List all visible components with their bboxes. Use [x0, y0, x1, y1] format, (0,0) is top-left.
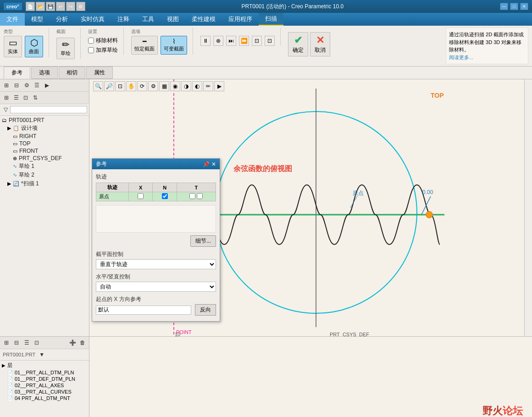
step-forward-button[interactable]: ⏭ [226, 36, 236, 46]
tree-settings-icon[interactable]: ⚙ [22, 81, 31, 90]
tab-properties[interactable]: 属性 [86, 67, 113, 79]
view1-button[interactable]: ⊡ [252, 36, 262, 46]
layer4-icon: 📄 [7, 389, 13, 395]
horizontal-control-dropdown[interactable]: 自动 [96, 282, 216, 292]
tree-item-design[interactable]: ▶ 📋 设计项 [0, 124, 89, 133]
dropdown-icon[interactable]: ▼ [37, 350, 46, 359]
traj-x-checkbox[interactable] [138, 193, 144, 199]
menu-analysis[interactable]: 分析 [50, 13, 74, 26]
section-control-dropdown[interactable]: 垂直于轨迹 [96, 259, 216, 269]
menu-scan[interactable]: 扫描 [259, 13, 283, 26]
menu-tools[interactable]: 工具 [136, 13, 161, 26]
layer-icon4[interactable]: ⊡ [32, 338, 41, 347]
tree-search-input[interactable] [10, 106, 87, 113]
menu-simulation[interactable]: 实时仿真 [74, 13, 111, 26]
tree-expand-icon[interactable]: ⊞ [2, 81, 11, 90]
tree-filter-icon[interactable]: ☰ [32, 81, 41, 90]
pan-icon[interactable]: ✋ [126, 81, 136, 91]
display-icon1[interactable]: ▦ [159, 81, 169, 91]
tree-item-sketch1[interactable]: ∿ 草绘 1 [0, 162, 89, 171]
layer-icon6[interactable]: 🗑 [78, 338, 87, 347]
group-section-label: 截面 [56, 28, 66, 35]
tree-item-prt0001[interactable]: 🗂 PRT0001.PRT [0, 117, 89, 124]
traj-t2-checkbox[interactable] [197, 193, 203, 199]
traj-t1-checkbox[interactable] [189, 193, 195, 199]
tab-tangent[interactable]: 相切 [59, 67, 85, 79]
layer-icon2[interactable]: ⊟ [12, 338, 21, 347]
menu-annotation[interactable]: 注释 [111, 13, 136, 26]
maximize-button[interactable]: □ [510, 3, 518, 10]
sketch-button[interactable]: ✏ 草绘 [56, 38, 75, 59]
remove-material-checkbox[interactable] [88, 38, 94, 44]
menu-file[interactable]: 文件 [0, 13, 25, 26]
tab-reference[interactable]: 参考 [4, 67, 30, 79]
solid-type-button[interactable]: ▭ 实体 [4, 36, 22, 57]
tab-options[interactable]: 选项 [31, 67, 58, 79]
layer3-label: 02__PRT_ALL_AXES [15, 383, 64, 388]
redo-icon[interactable]: ↪ [66, 2, 75, 11]
constant-section-button[interactable]: ━ 恒定截面 [131, 36, 158, 55]
detail-view-icon[interactable]: ☰ [11, 93, 21, 102]
undo-icon[interactable]: ↩ [56, 2, 65, 11]
open-icon[interactable]: 📂 [36, 2, 45, 11]
start-x-input[interactable] [96, 306, 191, 315]
thumb-view-icon[interactable]: ⊡ [21, 93, 30, 102]
menu-apps[interactable]: 应用程序 [222, 13, 259, 26]
stop-button[interactable]: ⊗ [213, 36, 223, 46]
tree-item-csys[interactable]: ⊕ PRT_CSYS_DEF [0, 155, 89, 162]
list-view-icon[interactable]: ⊞ [2, 93, 11, 102]
pause-button[interactable]: ⏸ [200, 36, 211, 46]
tree-collapse-icon[interactable]: ⊟ [12, 81, 21, 90]
traj-n-checkbox[interactable] [162, 193, 168, 199]
tree-item-top[interactable]: ▭ TOP [0, 140, 89, 147]
sort-icon[interactable]: ⇅ [31, 93, 40, 102]
layer-item-3[interactable]: 📄 02__PRT_ALL_AXES [0, 382, 89, 389]
minimize-button[interactable]: — [500, 3, 508, 10]
rotate-icon[interactable]: ⟳ [137, 81, 147, 91]
close-button[interactable]: ✕ [520, 3, 528, 10]
trajectory-row[interactable]: 原点 [96, 192, 216, 201]
menu-flexible[interactable]: 柔性建模 [185, 13, 222, 26]
cancel-button[interactable]: ✕ 取消 [310, 32, 330, 56]
save-icon[interactable]: 💾 [46, 2, 55, 11]
zoom-in-icon[interactable]: 🔍 [93, 81, 103, 91]
more-icon[interactable]: ▶ [214, 81, 224, 91]
view-options-icon[interactable]: ⚙ [148, 81, 158, 91]
display-icon4[interactable]: ◐ [192, 81, 202, 91]
display-icon2[interactable]: ◉ [170, 81, 180, 91]
settings-icon[interactable]: ⚙ [76, 2, 85, 11]
tree-item-front[interactable]: ▭ FRONT [0, 147, 89, 155]
surface-type-button[interactable]: ⬡ 曲面 [25, 36, 43, 57]
read-more-link[interactable]: 阅读更多... [449, 55, 473, 60]
reverse-button[interactable]: 反向 [195, 304, 216, 316]
fast-forward-button[interactable]: ⏩ [239, 36, 249, 46]
layer-item-5[interactable]: 📄 04 PRT_ALL_DTM_PNT [0, 395, 89, 401]
layer-icon1[interactable]: ⊞ [2, 338, 11, 347]
confirm-button[interactable]: ✔ 确定 [288, 32, 308, 56]
zoom-out-icon[interactable]: 🔎 [104, 81, 114, 91]
tree-item-right[interactable]: ▭ RIGHT [0, 133, 89, 140]
variable-section-button[interactable]: ⌇ 可变截面 [161, 36, 187, 55]
layer-item-root[interactable]: ▶ 层 [0, 361, 89, 369]
dialog-pin-icon[interactable]: 📌 [203, 161, 210, 167]
dialog-close-icon[interactable]: ✕ [211, 161, 216, 167]
new-icon[interactable]: 📄 [26, 2, 35, 11]
zoom-fit-icon[interactable]: ⊡ [115, 81, 125, 91]
detail-button[interactable]: 细节... [190, 235, 216, 247]
col-x: X [128, 183, 153, 192]
thicken-sketch-checkbox[interactable] [88, 47, 94, 53]
tree-item-sketch2[interactable]: ∿ 草绘 2 [0, 171, 89, 179]
menu-view[interactable]: 视图 [161, 13, 185, 26]
layer-item-1[interactable]: 📄 01__PRT_ALL_DTM_PLN [0, 369, 89, 376]
tree-more-icon[interactable]: ▶ [42, 81, 51, 90]
tree-item-sweep1[interactable]: ▶ 🔄 *扫描 1 [0, 179, 89, 188]
layer-item-2[interactable]: 📄 01__PRT_DEF_DTM_PLN [0, 376, 89, 382]
annotation-icon[interactable]: ✏ [203, 81, 213, 91]
layer-item-4[interactable]: 📄 03__PRT_ALL_CURVES [0, 389, 89, 395]
layer-icon3[interactable]: ☰ [22, 338, 31, 347]
layer-icon5[interactable]: ➕ [68, 338, 77, 347]
display-icon3[interactable]: ◑ [181, 81, 191, 91]
view2-button[interactable]: ⊡ [265, 36, 275, 46]
menu-model[interactable]: 模型 [25, 13, 50, 26]
dialog-body: 轨迹 轨迹 X N T 原点 [92, 169, 220, 321]
